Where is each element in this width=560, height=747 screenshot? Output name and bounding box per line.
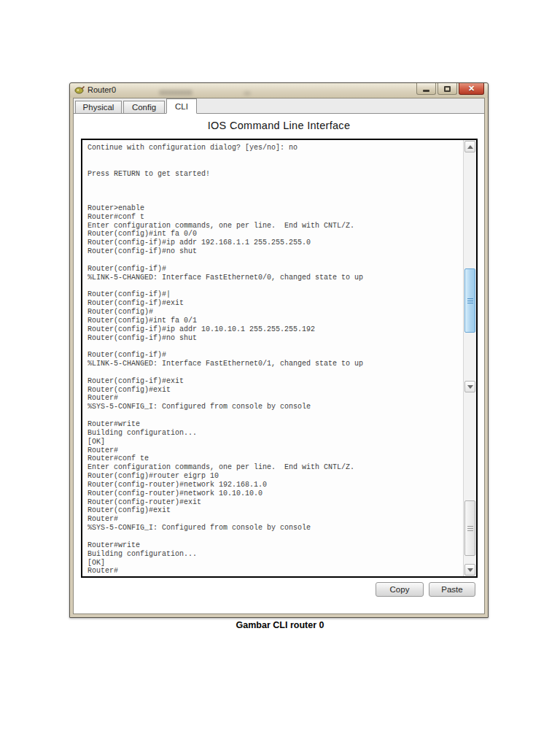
terminal-line: Press RETURN to get started! — [88, 170, 462, 179]
terminal-line: Router#conf te — [88, 454, 462, 463]
terminal-line — [88, 196, 462, 204]
cli-heading: IOS Command Line Interface — [74, 120, 484, 131]
terminal-line: Router(config)# — [88, 308, 462, 317]
tab-bar: Physical Config CLI — [74, 98, 484, 114]
terminal-line — [88, 178, 462, 187]
terminal-line — [88, 533, 462, 541]
terminal-line: Router(config-if)# — [88, 265, 462, 274]
terminal-line: Router(config)#int fa 0/0 — [88, 230, 462, 239]
terminal-line: Router#write — [88, 420, 462, 429]
terminal-line: [OK] — [88, 438, 462, 446]
terminal-line: Router(config)#exit — [88, 386, 462, 395]
scrollbar-thumb-upper[interactable] — [464, 268, 475, 333]
minimize-icon — [423, 90, 429, 92]
terminal-line: Router# — [88, 567, 462, 576]
copy-button[interactable]: Copy — [376, 582, 424, 597]
terminal-line — [88, 161, 462, 170]
maximize-button[interactable] — [438, 83, 457, 95]
terminal-line: Router(config-if)#exit — [88, 299, 462, 308]
terminal-line: Router# — [88, 394, 462, 403]
terminal-line: Router(config)#int fa 0/1 — [88, 317, 462, 325]
terminal-line: Router(config-if)#exit — [88, 377, 462, 386]
terminal-line — [88, 256, 462, 265]
terminal-line: Enter configuration commands, one per li… — [88, 222, 462, 231]
terminal-line: Router(config)#exit — [88, 506, 462, 515]
figure-caption: Gambar CLI router 0 — [0, 620, 560, 630]
terminal-line — [88, 282, 462, 291]
terminal-line: Router#conf t — [88, 213, 462, 222]
terminal-line: Router(config-if)#ip addr 192.168.1.1 25… — [88, 239, 462, 247]
terminal-line — [88, 368, 462, 377]
terminal-line — [88, 411, 462, 420]
terminal-line: Router(config-if)#no shut — [88, 247, 462, 256]
title-bar[interactable]: Router0 ✕ — [70, 83, 488, 98]
scroll-up-button[interactable] — [464, 141, 475, 152]
terminal-line: Router(config-router)#network 10.10.10.0 — [88, 489, 462, 498]
maximize-icon — [444, 86, 451, 92]
window-title: Router0 — [88, 85, 116, 94]
terminal-line: %SYS-5-CONFIG_I: Configured from console… — [88, 524, 462, 533]
terminal-line: Router(config-if)#| — [88, 290, 462, 299]
terminal-output[interactable]: Continue with configuration dialog? [yes… — [82, 140, 463, 576]
terminal-line — [88, 187, 462, 196]
terminal-line — [88, 152, 462, 161]
close-button[interactable]: ✕ — [459, 83, 484, 95]
terminal-line: Router(config-router)#network 192.168.1.… — [88, 481, 462, 489]
scan-smudge — [159, 90, 192, 96]
terminal-line: %LINK-5-CHANGED: Interface FastEthernet0… — [88, 274, 462, 282]
scroll-down-button-mid[interactable] — [464, 381, 475, 392]
arrow-down-icon — [467, 568, 473, 572]
app-router-icon — [74, 85, 85, 95]
scroll-down-button[interactable] — [464, 564, 475, 576]
terminal-line: Building configuration... — [88, 550, 462, 559]
terminal-line: [OK] — [88, 559, 462, 568]
window-client-area: Physical Config CLI IOS Command Line Int… — [73, 98, 485, 614]
close-icon: ✕ — [468, 85, 475, 93]
scrollbar-thumb-lower[interactable] — [464, 500, 475, 556]
router0-window: Router0 ✕ Physical Config CLI IOS Comman… — [69, 82, 489, 618]
terminal-line: Router(config-if)#no shut — [88, 334, 462, 343]
terminal-scrollbar[interactable] — [463, 140, 476, 576]
terminal-line: %SYS-5-CONFIG_I: Configured from console… — [88, 403, 462, 411]
terminal-line: Router(config-if)# — [88, 351, 462, 360]
tab-physical[interactable]: Physical — [75, 101, 122, 114]
terminal-line: Continue with configuration dialog? [yes… — [88, 144, 462, 152]
minimize-button[interactable] — [416, 83, 436, 95]
terminal-line: Enter configuration commands, one per li… — [88, 463, 462, 472]
terminal-line: Router# — [88, 446, 462, 455]
terminal-line: Router# — [88, 515, 462, 524]
terminal-line: Router>enable — [88, 204, 462, 213]
arrow-down-icon — [467, 385, 473, 389]
paste-button[interactable]: Paste — [429, 582, 475, 597]
cli-terminal[interactable]: Continue with configuration dialog? [yes… — [81, 139, 478, 578]
terminal-line: Router(config-router)#exit — [88, 498, 462, 507]
tab-cli[interactable]: CLI — [166, 98, 197, 114]
page: Router0 ✕ Physical Config CLI IOS Comman… — [0, 0, 560, 747]
scan-smudge — [244, 91, 251, 96]
terminal-line: Router(config)#router eigrp 10 — [88, 472, 462, 481]
terminal-line: Router#write — [88, 541, 462, 550]
tab-config[interactable]: Config — [123, 101, 165, 114]
terminal-line: %LINK-5-CHANGED: Interface FastEthernet0… — [88, 360, 462, 368]
terminal-line: Router(config-if)#ip addr 10.10.10.1 255… — [88, 325, 462, 334]
terminal-line — [88, 342, 462, 351]
terminal-line: Building configuration... — [88, 429, 462, 438]
arrow-up-icon — [467, 145, 473, 149]
